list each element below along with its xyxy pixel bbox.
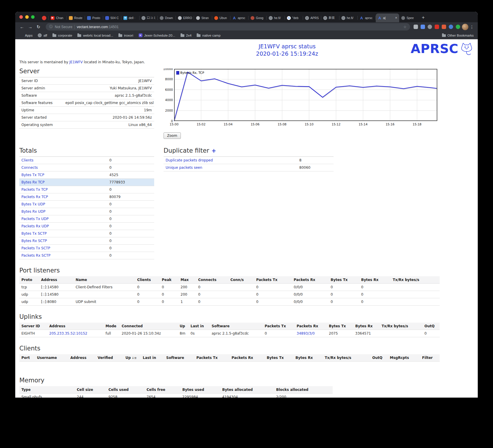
- extension-red[interactable]: [435, 25, 439, 29]
- tab-dell ·[interactable]: Mdell ·: [121, 13, 140, 22]
- column-header-cell-size: Cell size: [75, 386, 106, 394]
- table-link[interactable]: Packets Tx SCTP: [21, 246, 50, 250]
- tab-Ubun[interactable]: Ubun: [212, 13, 230, 22]
- minimize-window-button[interactable]: [25, 15, 29, 19]
- table-cell[interactable]: Bytes Tx TCP: [19, 171, 107, 179]
- tab-Route[interactable]: Route: [67, 13, 85, 22]
- github-icon: [196, 16, 200, 20]
- column-header-address: Address: [68, 354, 96, 362]
- reload-button[interactable]: ↻: [35, 24, 42, 30]
- tab-Spee[interactable]: Spee: [399, 13, 417, 22]
- table-cell[interactable]: Bytes Rx TCP: [19, 179, 107, 186]
- table-cell[interactable]: Packets Rx UDP: [19, 223, 107, 230]
- bookmark-corporate[interactable]: corporate: [52, 34, 72, 37]
- table-cell[interactable]: Clients: [19, 157, 107, 164]
- table-cell[interactable]: Packets Rx TCP: [19, 193, 107, 201]
- table-link[interactable]: Connects: [21, 166, 38, 170]
- table-link[interactable]: Bytes Tx SCTP: [21, 231, 47, 236]
- table-link[interactable]: Clients: [21, 158, 33, 162]
- extension-green-circle[interactable]: [456, 25, 460, 29]
- extension-blue-circle[interactable]: [449, 25, 453, 29]
- maximize-window-button[interactable]: [31, 15, 35, 19]
- extension-orange-grid[interactable]: [442, 25, 446, 29]
- extension-blue-person[interactable]: [421, 25, 425, 29]
- chart-zoom-button[interactable]: Zoom: [164, 132, 181, 139]
- tab-label: ERRO: [183, 16, 192, 20]
- table-cell[interactable]: Bytes Tx UDP: [19, 201, 107, 208]
- bookmark-iroxori[interactable]: iroxori: [118, 34, 133, 37]
- table-cell[interactable]: Bytes Rx UDP: [19, 208, 107, 215]
- extension-camera[interactable]: [428, 25, 432, 29]
- tab-he.fi/[interactable]: he.fi/: [339, 13, 358, 22]
- tab-a|[interactable]: Aa|×: [376, 13, 399, 22]
- tab-口コミ[interactable]: 口コミ: [140, 13, 158, 22]
- tab-504 C[interactable]: 504 C: [103, 13, 121, 22]
- tab-Chan[interactable]: ▶Chan: [49, 13, 67, 22]
- tab-Stran[interactable]: Stran: [194, 13, 212, 22]
- tab-aprsc[interactable]: Aaprsc: [358, 13, 376, 22]
- table-link[interactable]: 34893/3/0: [297, 331, 315, 335]
- table-link[interactable]: Packets Tx UDP: [21, 217, 49, 221]
- table-link[interactable]: Packets Rx UDP: [21, 224, 49, 228]
- table-link[interactable]: Bytes Rx SCTP: [21, 239, 47, 243]
- table-cell[interactable]: Duplicate packets dropped: [164, 157, 297, 164]
- table-cell[interactable]: Packets Tx SCTP: [19, 245, 107, 252]
- forward-button[interactable]: →: [26, 24, 34, 29]
- table-cell[interactable]: Bytes Rx SCTP: [19, 237, 107, 245]
- table-link[interactable]: Bytes Tx UDP: [21, 202, 45, 206]
- table-cell[interactable]: Unique packets seen: [164, 164, 297, 171]
- table-link[interactable]: Packets Rx TCP: [21, 195, 48, 199]
- tab-ERRO[interactable]: ERRO: [176, 13, 194, 22]
- table-cell[interactable]: Packets Tx TCP: [19, 186, 107, 193]
- tab-close-icon[interactable]: ×: [395, 16, 397, 20]
- table-row: EIGHTH205.233.35.52:10152full2020-01-26 …: [19, 330, 440, 337]
- tab-aprsc[interactable]: Aaprsc: [230, 13, 249, 22]
- tab-新規[interactable]: 新規: [321, 13, 339, 22]
- bookmark-webrtc-local-broad-[interactable]: webrtc local broad...: [77, 34, 113, 37]
- bookmark-jexer-schedule-20-[interactable]: KJexer-Schedule-20...: [139, 33, 175, 37]
- tab-he.fi/[interactable]: he.fi/: [267, 13, 285, 22]
- table-link[interactable]: Bytes Tx TCP: [21, 173, 44, 177]
- new-tab-button[interactable]: +: [419, 13, 427, 22]
- table-link[interactable]: Bytes Rx TCP: [21, 180, 45, 184]
- back-button[interactable]: ←: [18, 24, 26, 29]
- table-link[interactable]: Duplicate packets dropped: [166, 158, 213, 162]
- tab-Down[interactable]: Down: [158, 13, 176, 22]
- table-cell[interactable]: 34893/3/0: [295, 330, 327, 337]
- table-cell[interactable]: Bytes Tx SCTP: [19, 230, 107, 237]
- profile-avatar[interactable]: [462, 24, 468, 30]
- table-link[interactable]: 205.233.35.52:10152: [49, 331, 87, 335]
- table-cell[interactable]: 205.233.35.52:10152: [47, 330, 103, 337]
- table-link[interactable]: Packets Tx TCP: [21, 188, 48, 192]
- table-link[interactable]: Bytes Rx UDP: [21, 209, 45, 214]
- extension-gray[interactable]: [414, 25, 418, 29]
- tab-Posto[interactable]: Posto: [85, 13, 103, 22]
- table-row: Bytes Tx TCP4525: [19, 171, 154, 179]
- table-cell[interactable]: Connects: [19, 164, 107, 171]
- browser-menu-icon[interactable]: ⋮: [469, 25, 475, 29]
- table-link[interactable]: Packets Rx SCTP: [21, 253, 50, 258]
- sort-icon[interactable]: ↓≡: [132, 356, 137, 360]
- table-link[interactable]: Unique packets seen: [166, 166, 202, 170]
- table-cell: 0/0/0: [292, 284, 329, 291]
- other-bookmarks[interactable]: Other Bookmarks: [442, 34, 474, 37]
- column-header-packets-rx: Packets Rx: [295, 323, 327, 330]
- expand-duplicate-filter-link[interactable]: +: [212, 147, 216, 154]
- bookmark-2x4[interactable]: 2x4: [181, 34, 192, 37]
- table-cell: 0: [107, 215, 154, 223]
- address-bar[interactable]: ⓘ Not Secure vectant.teraren.com:14501 ☆: [46, 23, 410, 30]
- tab-"deb[interactable]: G"deb: [285, 13, 303, 22]
- maintainer-link[interactable]: JE1WFV: [69, 60, 83, 64]
- bookmark-apps[interactable]: Apps: [19, 33, 33, 37]
- bookmark-star-icon[interactable]: ☆: [403, 25, 407, 29]
- bookmark-aff[interactable]: aff: [38, 33, 47, 37]
- tab-APRS[interactable]: APRS: [303, 13, 321, 22]
- column-header-up[interactable]: Up↓≡: [123, 354, 141, 362]
- tab-red-dot[interactable]: [39, 13, 49, 22]
- tab-Goog[interactable]: Goog: [249, 13, 267, 22]
- site-info-icon[interactable]: ⓘ: [49, 24, 53, 29]
- table-cell[interactable]: Packets Tx UDP: [19, 215, 107, 223]
- table-cell[interactable]: Packets Rx SCTP: [19, 252, 107, 259]
- bookmark-native-camp[interactable]: native camp: [197, 34, 220, 37]
- close-window-button[interactable]: [19, 15, 23, 19]
